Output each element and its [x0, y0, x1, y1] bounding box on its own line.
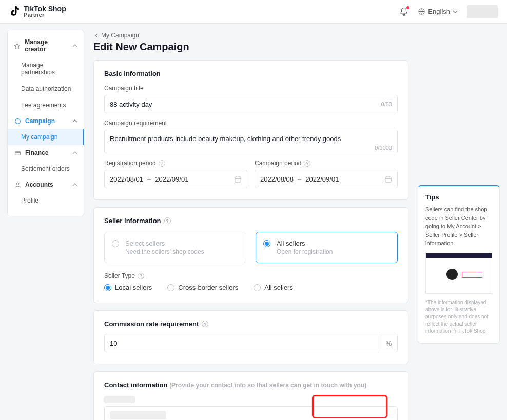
label-registration-period: Registration period ? — [104, 159, 247, 167]
label-redacted — [104, 396, 135, 403]
svg-rect-4 — [235, 177, 241, 182]
sidebar-section-finance[interactable]: Finance — [8, 145, 84, 161]
date-from: 2022/08/01 — [110, 175, 143, 183]
chevron-up-icon — [72, 118, 77, 124]
date-separator: – — [298, 175, 301, 183]
chevron-up-icon — [72, 43, 77, 48]
radio-cross-border-sellers[interactable]: Cross-border sellers — [167, 284, 238, 291]
card-basic-information: Basic information Campaign title 88 acti… — [93, 60, 408, 200]
info-icon[interactable]: ? — [159, 160, 165, 167]
brand-logo: TikTok Shop Partner — [9, 5, 66, 18]
sidebar-section-label: Campaign — [25, 117, 55, 125]
input-campaign-requirement[interactable]: Recruitment products include beauty make… — [104, 130, 398, 153]
chevron-left-icon — [94, 33, 99, 38]
card-contact-information: Contact information (Provide your contac… — [93, 371, 408, 420]
label-seller-type: Seller Type ? — [104, 272, 398, 279]
brand-line1: TikTok Shop — [24, 5, 66, 12]
wallet-icon — [14, 149, 21, 156]
globe-icon — [418, 8, 425, 15]
label-campaign-requirement: Campaign requirement — [104, 119, 398, 127]
choice-all-sellers[interactable]: All sellers Open for registration — [256, 232, 398, 263]
radio-local-sellers[interactable]: Local sellers — [104, 284, 152, 291]
sidebar-section-label: Manage creator — [25, 38, 68, 53]
info-icon[interactable]: ? — [304, 160, 310, 167]
input-commission-rate[interactable]: 10 % — [104, 334, 398, 352]
input-registration-period[interactable]: 2022/08/01 – 2022/09/01 — [104, 170, 247, 188]
sidebar-item-my-campaign[interactable]: My campaign — [8, 129, 84, 145]
tiktok-icon — [9, 6, 21, 18]
sidebar-item-manage-partnerships[interactable]: Manage partnerships — [8, 57, 84, 81]
input-value: 10 — [110, 339, 380, 347]
notifications-button[interactable] — [399, 7, 408, 16]
tips-panel: Tips Sellers can find the shop code in S… — [418, 185, 500, 344]
breadcrumb-label: My Campaign — [101, 32, 139, 39]
radio-icon — [104, 284, 111, 291]
input-contact-1[interactable] — [104, 406, 398, 420]
sidebar-section-campaign[interactable]: Campaign — [8, 113, 84, 129]
input-value: Recruitment products include beauty make… — [110, 135, 341, 143]
chevron-up-icon — [72, 150, 77, 155]
language-label: English — [428, 8, 450, 15]
tips-body: Sellers can find the shop code in Seller… — [425, 205, 492, 248]
input-campaign-period[interactable]: 2022/08/08 – 2022/09/01 — [255, 170, 398, 188]
svg-point-3 — [16, 183, 18, 185]
radio-all-sellers[interactable]: All sellers — [254, 284, 293, 291]
sidebar: Manage creator Manage partnerships Data … — [7, 30, 84, 216]
chevron-up-icon — [72, 182, 77, 187]
sidebar-item-data-authorization[interactable]: Data authorization — [8, 81, 84, 97]
account-avatar[interactable] — [467, 5, 498, 18]
sidebar-section-label: Accounts — [25, 181, 53, 188]
megaphone-icon — [14, 117, 21, 125]
star-icon — [14, 42, 21, 49]
choice-subtitle: Open for registration — [277, 248, 333, 255]
info-icon[interactable]: ? — [202, 321, 208, 327]
chevron-down-icon — [453, 9, 458, 14]
sidebar-section-manage-creator[interactable]: Manage creator — [8, 34, 84, 57]
date-to: 2022/09/01 — [155, 175, 188, 183]
user-icon — [14, 181, 21, 188]
svg-rect-5 — [385, 177, 391, 182]
char-counter: 0/1000 — [375, 145, 392, 151]
svg-rect-2 — [15, 151, 20, 155]
date-separator: – — [147, 175, 151, 183]
choice-title: Select sellers — [125, 239, 204, 247]
calendar-icon — [384, 175, 392, 183]
info-icon[interactable]: ? — [138, 273, 144, 279]
sidebar-item-settlement-orders[interactable]: Settlement orders — [8, 161, 84, 177]
percent-unit: % — [380, 334, 397, 352]
calendar-icon — [234, 175, 242, 183]
svg-point-1 — [15, 118, 20, 124]
input-value: 88 activity day — [110, 101, 152, 108]
page-title: Edit New Campaign — [93, 41, 500, 53]
notification-dot — [406, 6, 410, 9]
brand-line2: Partner — [24, 12, 66, 18]
choice-select-sellers[interactable]: Select sellers Need the sellers' shop co… — [104, 232, 246, 263]
radio-icon — [112, 240, 119, 247]
sidebar-section-label: Finance — [25, 149, 48, 156]
section-title: Seller information ? — [104, 217, 398, 225]
tips-title: Tips — [425, 193, 492, 201]
date-to: 2022/09/01 — [305, 175, 339, 183]
sidebar-item-profile[interactable]: Profile — [8, 192, 84, 209]
date-from: 2022/08/08 — [260, 175, 294, 183]
tips-screenshot — [425, 253, 492, 294]
section-title: Basic information — [104, 70, 398, 77]
label-campaign-title: Campaign title — [104, 85, 398, 92]
radio-icon — [263, 240, 270, 247]
label-campaign-period: Campaign period ? — [255, 159, 398, 167]
breadcrumb[interactable]: My Campaign — [94, 32, 500, 39]
char-counter: 0/50 — [381, 101, 392, 107]
value-redacted — [110, 411, 166, 419]
choice-subtitle: Need the sellers' shop codes — [125, 248, 204, 255]
app-header: TikTok Shop Partner English — [0, 0, 507, 24]
input-campaign-title[interactable]: 88 activity day 0/50 — [104, 95, 398, 113]
radio-icon — [167, 284, 174, 291]
info-icon[interactable]: ? — [164, 217, 171, 224]
sidebar-item-fee-agreements[interactable]: Fee agreements — [8, 97, 84, 113]
section-title: Commission rate requirement ? — [104, 320, 398, 328]
choice-title: All sellers — [277, 239, 333, 247]
section-title: Contact information (Provide your contac… — [104, 381, 398, 389]
card-seller-information: Seller information ? Select sellers Need… — [93, 207, 408, 303]
language-switcher[interactable]: English — [418, 8, 458, 15]
sidebar-section-accounts[interactable]: Accounts — [8, 177, 84, 192]
